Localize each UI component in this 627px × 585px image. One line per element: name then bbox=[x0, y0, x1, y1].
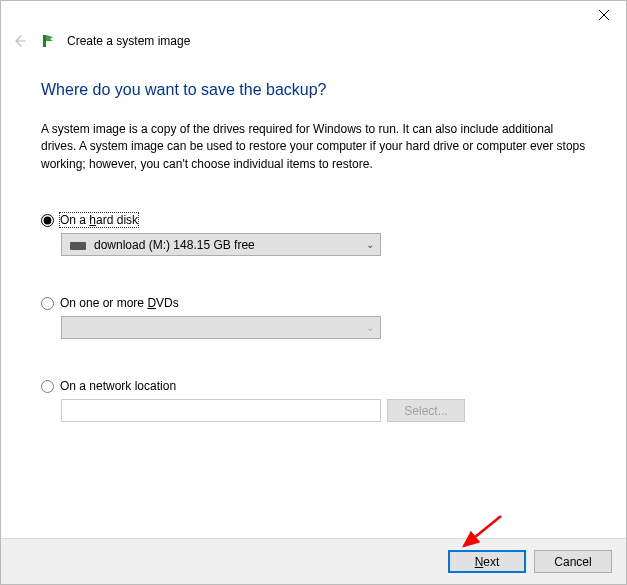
header-row: Create a system image bbox=[1, 29, 626, 63]
system-image-icon bbox=[39, 32, 57, 50]
chevron-down-icon: ⌄ bbox=[366, 239, 374, 250]
option-network: On a network location Select... bbox=[41, 379, 586, 422]
page-heading: Where do you want to save the backup? bbox=[41, 81, 586, 99]
description-text: A system image is a copy of the drives r… bbox=[41, 121, 586, 173]
close-icon bbox=[599, 10, 609, 20]
radio-hard-disk[interactable] bbox=[41, 214, 54, 227]
radio-network[interactable] bbox=[41, 380, 54, 393]
back-button bbox=[9, 31, 29, 51]
select-button: Select... bbox=[387, 399, 465, 422]
chevron-down-icon: ⌄ bbox=[366, 322, 374, 333]
network-location-input bbox=[61, 399, 381, 422]
svg-rect-2 bbox=[43, 35, 46, 47]
next-button[interactable]: Next bbox=[448, 550, 526, 573]
radio-hard-disk-label[interactable]: On a hard disk bbox=[60, 213, 138, 227]
window-title: Create a system image bbox=[67, 34, 190, 48]
close-button[interactable] bbox=[581, 1, 626, 29]
option-dvds: On one or more DVDs ⌄ bbox=[41, 296, 586, 339]
hard-disk-dropdown[interactable]: download (M:) 148.15 GB free ⌄ bbox=[61, 233, 381, 256]
content-area: Where do you want to save the backup? A … bbox=[1, 63, 626, 422]
titlebar bbox=[1, 1, 626, 29]
radio-dvds-label[interactable]: On one or more DVDs bbox=[60, 296, 179, 310]
radio-dvds[interactable] bbox=[41, 297, 54, 310]
drive-icon bbox=[70, 242, 86, 250]
back-arrow-icon bbox=[10, 32, 28, 50]
dvd-dropdown: ⌄ bbox=[61, 316, 381, 339]
option-hard-disk: On a hard disk download (M:) 148.15 GB f… bbox=[41, 213, 586, 256]
cancel-button[interactable]: Cancel bbox=[534, 550, 612, 573]
footer-bar: Next Cancel bbox=[1, 538, 626, 584]
selected-drive-label: download (M:) 148.15 GB free bbox=[94, 238, 255, 252]
radio-network-label[interactable]: On a network location bbox=[60, 379, 176, 393]
